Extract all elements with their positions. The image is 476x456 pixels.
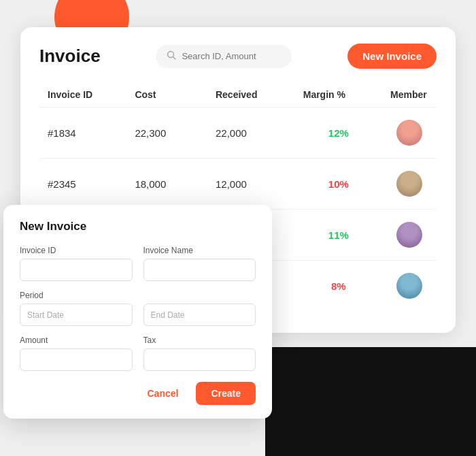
col-header-id: Invoice ID xyxy=(39,82,126,108)
cell-cost: 18,000 xyxy=(126,159,207,210)
form-row-1: Invoice ID Invoice Name xyxy=(20,246,256,281)
cell-member xyxy=(382,210,437,261)
tax-label: Tax xyxy=(143,336,256,345)
search-input[interactable] xyxy=(182,51,281,61)
cell-margin: 11% xyxy=(295,210,382,261)
period-label: Period xyxy=(20,291,256,300)
col-header-member: Member xyxy=(382,82,437,108)
page-title: Invoice xyxy=(39,46,101,67)
form-row-period: Period xyxy=(20,291,256,326)
svg-line-1 xyxy=(173,56,176,59)
modal-actions: Cancel Create xyxy=(20,382,256,405)
cell-received: 22,000 xyxy=(207,108,295,159)
create-button[interactable]: Create xyxy=(196,382,256,405)
avatar xyxy=(396,273,422,299)
cell-margin: 10% xyxy=(295,159,382,210)
cell-member xyxy=(382,159,437,210)
avatar xyxy=(396,222,422,248)
col-header-received: Received xyxy=(207,82,295,108)
form-group-invoice-name: Invoice Name xyxy=(143,246,256,281)
cell-id: #1834 xyxy=(39,108,126,159)
cell-member xyxy=(382,261,437,312)
form-group-invoice-id: Invoice ID xyxy=(20,246,133,281)
invoice-name-input[interactable] xyxy=(143,259,256,281)
amount-label: Amount xyxy=(20,336,133,345)
end-date-input[interactable] xyxy=(143,304,256,326)
new-invoice-modal: New Invoice Invoice ID Invoice Name Peri… xyxy=(3,205,272,419)
avatar xyxy=(396,171,422,197)
table-row: #1834 22,300 22,000 12% xyxy=(39,108,437,159)
form-group-period: Period xyxy=(20,291,256,326)
amount-input[interactable] xyxy=(20,348,133,371)
cell-margin: 12% xyxy=(295,108,382,159)
form-group-amount: Amount xyxy=(20,336,133,371)
cell-received: 12,000 xyxy=(207,159,295,210)
invoice-id-label: Invoice ID xyxy=(20,246,133,255)
table-row: #2345 18,000 12,000 10% xyxy=(39,159,437,210)
modal-title: New Invoice xyxy=(20,220,256,233)
invoice-name-label: Invoice Name xyxy=(143,246,256,255)
invoice-header: Invoice New Invoice xyxy=(39,44,437,69)
form-group-tax: Tax xyxy=(143,336,256,371)
invoice-id-input[interactable] xyxy=(20,259,133,281)
cell-id: #2345 xyxy=(39,159,126,210)
start-date-input[interactable] xyxy=(20,304,133,326)
cancel-button[interactable]: Cancel xyxy=(137,382,188,405)
search-bar xyxy=(156,45,292,68)
col-header-margin: Margin % xyxy=(295,82,382,108)
cell-cost: 22,300 xyxy=(126,108,207,159)
tax-input[interactable] xyxy=(143,348,256,371)
form-row-amount-tax: Amount Tax xyxy=(20,336,256,371)
col-header-cost: Cost xyxy=(126,82,207,108)
new-invoice-button[interactable]: New Invoice xyxy=(347,44,437,69)
avatar xyxy=(396,120,422,146)
decorative-black-rect xyxy=(265,347,476,456)
cell-margin: 8% xyxy=(295,261,382,312)
cell-member xyxy=(382,108,437,159)
search-icon xyxy=(167,50,176,63)
